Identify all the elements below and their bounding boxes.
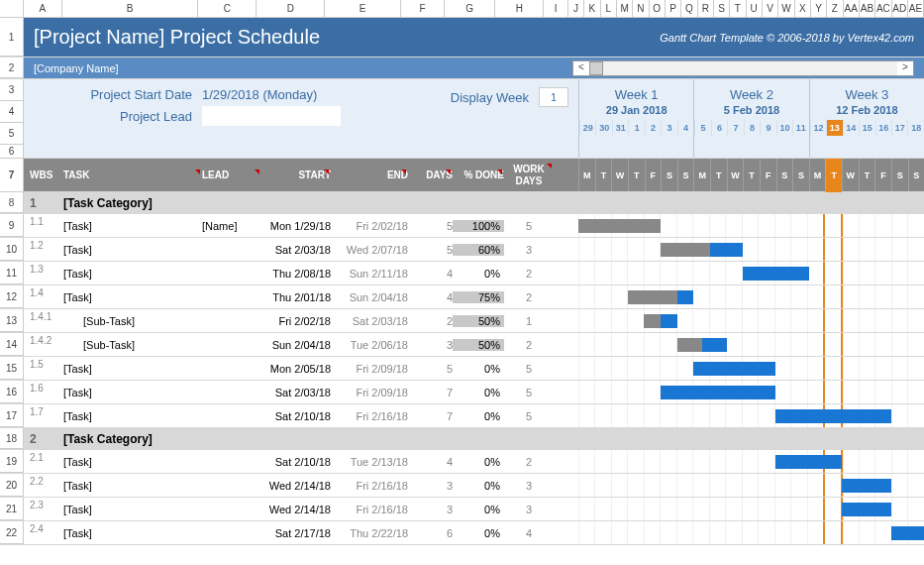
- category-row[interactable]: 81[Task Category]: [0, 192, 924, 214]
- start-cell[interactable]: Sat 2/10/18: [261, 410, 331, 422]
- pct-done-cell[interactable]: 0%: [453, 363, 504, 375]
- wbs-cell[interactable]: 1.6: [24, 381, 63, 394]
- start-cell[interactable]: Fri 2/02/18: [261, 315, 331, 327]
- task-name-cell[interactable]: [Task]: [63, 220, 202, 232]
- category-row[interactable]: 182[Task Category]: [0, 428, 924, 450]
- task-name-cell[interactable]: [Task]: [63, 291, 202, 303]
- task-name-cell[interactable]: [Task]: [63, 480, 202, 492]
- comment-icon[interactable]: [195, 170, 200, 174]
- col-header-AE[interactable]: AE: [908, 0, 924, 17]
- col-header-AB[interactable]: AB: [860, 0, 875, 17]
- days-cell[interactable]: 5: [408, 244, 453, 256]
- days-cell[interactable]: 4: [408, 456, 453, 468]
- end-cell[interactable]: Fri 2/09/18: [331, 387, 408, 398]
- end-cell[interactable]: Tue 2/06/18: [331, 339, 408, 351]
- col-header-S[interactable]: S: [714, 0, 730, 17]
- wbs-cell[interactable]: 1.4: [24, 285, 63, 298]
- col-header-Q[interactable]: Q: [681, 0, 697, 17]
- task-row[interactable]: 91.1[Task][Name]Mon 1/29/18Fri 2/02/1851…: [0, 214, 924, 238]
- wbs-cell[interactable]: 1.7: [24, 404, 63, 417]
- scroll-right-icon[interactable]: >: [897, 61, 913, 75]
- col-header-O[interactable]: O: [650, 0, 666, 17]
- end-cell[interactable]: Wed 2/07/18: [331, 244, 408, 256]
- start-date-value[interactable]: 1/29/2018 (Monday): [202, 87, 317, 102]
- end-cell[interactable]: Thu 2/22/18: [331, 527, 408, 539]
- work-days-cell[interactable]: 3: [504, 480, 554, 492]
- col-header-T[interactable]: T: [730, 0, 746, 17]
- lead-cell[interactable]: [Name]: [202, 220, 261, 232]
- task-row[interactable]: 212.3[Task]Wed 2/14/18Fri 2/16/1830%3: [0, 498, 924, 521]
- task-row[interactable]: 222.4[Task]Sat 2/17/18Thu 2/22/1860%4: [0, 521, 924, 545]
- col-header-X[interactable]: X: [795, 0, 811, 17]
- days-cell[interactable]: 3: [408, 339, 453, 351]
- pct-done-cell[interactable]: 0%: [453, 480, 504, 492]
- end-cell[interactable]: Sun 2/11/18: [331, 268, 408, 280]
- task-row[interactable]: 131.4.1[Sub-Task]Fri 2/02/18Sat 2/03/182…: [0, 309, 924, 333]
- start-cell[interactable]: Wed 2/14/18: [261, 504, 331, 515]
- start-cell[interactable]: Sun 2/04/18: [261, 339, 331, 351]
- days-cell[interactable]: 4: [408, 268, 453, 280]
- task-row[interactable]: 141.4.2[Sub-Task]Sun 2/04/18Tue 2/06/183…: [0, 333, 924, 357]
- comment-icon[interactable]: [324, 170, 329, 174]
- start-cell[interactable]: Sat 2/03/18: [261, 387, 331, 398]
- scroll-thumb[interactable]: [589, 61, 603, 75]
- scroll-left-icon[interactable]: <: [573, 61, 589, 75]
- days-cell[interactable]: 3: [408, 504, 453, 515]
- days-cell[interactable]: 3: [408, 480, 453, 492]
- work-days-cell[interactable]: 3: [504, 504, 554, 515]
- col-header-M[interactable]: M: [617, 0, 633, 17]
- end-cell[interactable]: Fri 2/16/18: [331, 410, 408, 422]
- col-header-H[interactable]: H: [495, 0, 544, 17]
- comment-icon[interactable]: [547, 164, 552, 169]
- task-name-cell[interactable]: [Task]: [63, 410, 202, 422]
- task-name-cell[interactable]: [Task]: [63, 244, 202, 256]
- end-cell[interactable]: Sat 2/03/18: [331, 315, 408, 327]
- task-row[interactable]: 111.3[Task]Thu 2/08/18Sun 2/11/1840%2: [0, 262, 924, 285]
- wbs-cell[interactable]: 2.1: [24, 450, 63, 463]
- work-days-cell[interactable]: 2: [504, 456, 554, 468]
- work-days-cell[interactable]: 5: [504, 363, 554, 375]
- days-cell[interactable]: 7: [408, 410, 453, 422]
- pct-done-cell[interactable]: 100%: [453, 220, 504, 232]
- project-lead-input[interactable]: [202, 106, 341, 126]
- start-cell[interactable]: Thu 2/08/18: [261, 268, 331, 280]
- comment-icon[interactable]: [255, 170, 259, 174]
- task-name-cell[interactable]: [Task]: [63, 456, 202, 468]
- wbs-cell[interactable]: 2.4: [24, 521, 63, 534]
- scroll-track[interactable]: [589, 61, 897, 75]
- wbs-cell[interactable]: 2.2: [24, 474, 63, 487]
- task-name-cell[interactable]: [Task]: [63, 387, 202, 398]
- category-name[interactable]: [Task Category]: [63, 196, 153, 210]
- wbs-cell[interactable]: 2.3: [24, 498, 63, 510]
- start-cell[interactable]: Thu 2/01/18: [261, 291, 331, 303]
- wbs-cell[interactable]: 1.1: [24, 214, 63, 227]
- end-cell[interactable]: Fri 2/16/18: [331, 480, 408, 492]
- col-header-R[interactable]: R: [698, 0, 714, 17]
- col-header-K[interactable]: K: [584, 0, 600, 17]
- col-header-A[interactable]: A: [24, 0, 62, 17]
- pct-done-cell[interactable]: 0%: [453, 456, 504, 468]
- days-cell[interactable]: 5: [408, 363, 453, 375]
- pct-done-cell[interactable]: 0%: [453, 387, 504, 398]
- col-header-U[interactable]: U: [747, 0, 763, 17]
- company-name[interactable]: [Company Name]: [34, 62, 119, 74]
- task-row[interactable]: 121.4[Task]Thu 2/01/18Sun 2/04/18475%2: [0, 285, 924, 309]
- col-header-C[interactable]: C: [198, 0, 257, 17]
- wbs-cell[interactable]: 1: [24, 196, 63, 210]
- pct-done-cell[interactable]: 75%: [453, 291, 504, 303]
- wbs-cell[interactable]: 1.4.2: [24, 333, 63, 346]
- start-cell[interactable]: Wed 2/14/18: [261, 480, 331, 492]
- wbs-cell[interactable]: 1.4.1: [24, 309, 63, 322]
- week-scroll[interactable]: < >: [572, 60, 914, 76]
- days-cell[interactable]: 5: [408, 220, 453, 232]
- work-days-cell[interactable]: 2: [504, 268, 554, 280]
- category-name[interactable]: [Task Category]: [63, 432, 153, 446]
- start-cell[interactable]: Mon 2/05/18: [261, 363, 331, 375]
- wbs-cell[interactable]: 1.2: [24, 238, 63, 251]
- task-row[interactable]: 151.5[Task]Mon 2/05/18Fri 2/09/1850%5: [0, 357, 924, 381]
- work-days-cell[interactable]: 5: [504, 220, 554, 232]
- col-header-Z[interactable]: Z: [827, 0, 843, 17]
- col-header-AC[interactable]: AC: [875, 0, 891, 17]
- task-name-cell[interactable]: [Task]: [63, 527, 202, 539]
- col-header-N[interactable]: N: [633, 0, 649, 17]
